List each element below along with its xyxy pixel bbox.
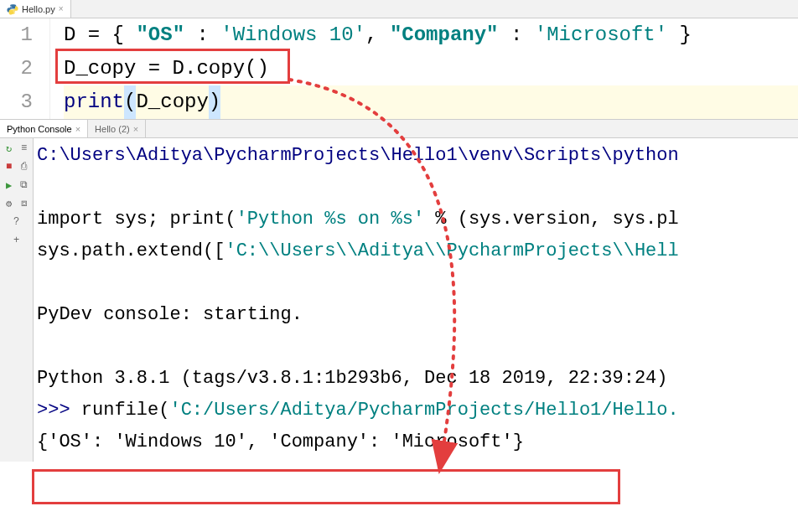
console-tab[interactable]: Python Console × — [0, 120, 88, 137]
editor-body: 123 D = { "OS" : 'Windows 10', "Company"… — [0, 18, 798, 119]
console-token: Python 3.8.1 (tags/v3.8.1:1b293b6, Dec 1… — [37, 368, 668, 389]
settings-icon[interactable]: ⚙ — [3, 197, 16, 210]
token: "Company" — [390, 18, 499, 52]
close-icon[interactable]: × — [133, 124, 138, 134]
token: D_copy — [136, 85, 208, 119]
help-icon[interactable]: ? — [10, 215, 23, 229]
console-panel: Python Console ×Hello (2) × ↻ ≡ ■ ⎙ ▶ ⧉ … — [0, 120, 798, 462]
wrap-icon[interactable]: ⧉ — [18, 178, 31, 192]
line-number-gutter: 123 — [0, 18, 50, 119]
add-icon[interactable]: + — [10, 234, 23, 247]
console-token: sys.path.extend([ — [37, 240, 225, 261]
console-tab-label: Python Console — [7, 124, 72, 134]
code-line[interactable]: D = { "OS" : 'Windows 10', "Company" : '… — [64, 18, 798, 52]
console-token: % (sys.version, sys.pl — [424, 209, 679, 230]
console-body: ↻ ≡ ■ ⎙ ▶ ⧉ ⚙ ⧈ ? + C:\Users\Aditya\Pych… — [0, 138, 798, 462]
console-tabbar: Python Console ×Hello (2) × — [0, 120, 798, 138]
line-number: 2 — [0, 52, 33, 85]
console-line: import sys; print('Python %s on %s' % (s… — [37, 204, 795, 235]
line-number: 1 — [0, 18, 33, 52]
console-line: {'OS': 'Windows 10', 'Company': 'Microso… — [37, 426, 795, 458]
console-token: {'OS': 'Windows 10', 'Company': 'Microso… — [37, 431, 524, 452]
token: , — [365, 18, 390, 52]
editor-tab-hello[interactable]: Hello.py × — [0, 0, 71, 18]
run-icon[interactable]: ▶ — [3, 178, 16, 192]
console-toolbar: ↻ ≡ ■ ⎙ ▶ ⧉ ⚙ ⧈ ? + — [0, 138, 34, 462]
token: : — [499, 18, 535, 52]
close-icon[interactable]: × — [75, 124, 80, 134]
close-icon[interactable]: × — [59, 4, 64, 13]
token: 'Windows 10' — [220, 18, 365, 52]
editor-tab-label: Hello.py — [22, 4, 55, 14]
token: "OS" — [136, 18, 184, 52]
line-number: 3 — [0, 85, 33, 119]
token: } — [667, 18, 692, 52]
console-output[interactable]: C:\Users\Aditya\PycharmProjects\Hello1\v… — [34, 138, 798, 462]
print-icon[interactable]: ⎙ — [18, 160, 31, 173]
code-line[interactable]: print(D_copy) — [64, 85, 798, 119]
console-line: C:\Users\Aditya\PycharmProjects\Hello1\v… — [37, 140, 795, 172]
python-file-icon — [7, 3, 18, 15]
link-icon[interactable]: ⧈ — [18, 197, 31, 210]
annotation-box-result — [32, 469, 620, 504]
console-token: >>> — [37, 400, 81, 421]
console-line: Python 3.8.1 (tags/v3.8.1:1b293b6, Dec 1… — [37, 363, 795, 395]
editor-tabbar: Hello.py × — [0, 0, 798, 18]
token: print — [64, 85, 124, 119]
token: ) — [209, 85, 220, 119]
token: : — [184, 18, 220, 52]
console-line: PyDev console: starting. — [37, 299, 795, 331]
token: ( — [124, 85, 136, 119]
console-token: 'C:/Users/Aditya/PycharmProjects/Hello1/… — [169, 400, 678, 421]
toggle-icon[interactable]: ≡ — [18, 142, 31, 155]
console-line — [37, 331, 795, 363]
token: 'Microsoft' — [535, 18, 667, 52]
console-tab-label: Hello (2) — [95, 124, 130, 134]
console-token: 'C:\\Users\\Aditya\\PycharmProjects\\Hel… — [225, 240, 678, 261]
code-area[interactable]: D = { "OS" : 'Windows 10', "Company" : '… — [50, 18, 798, 119]
code-line[interactable]: D_copy = D.copy() — [64, 52, 798, 85]
console-line: >>> runfile('C:/Users/Aditya/PycharmProj… — [37, 395, 795, 426]
console-token: PyDev console: starting. — [37, 304, 303, 325]
console-line: sys.path.extend(['C:\\Users\\Aditya\\Pyc… — [37, 235, 795, 267]
console-token: import sys; print( — [37, 209, 236, 230]
console-line — [37, 267, 795, 299]
code-editor: Hello.py × 123 D = { "OS" : 'Windows 10'… — [0, 0, 798, 120]
token: D = { — [64, 18, 136, 52]
stop-icon[interactable]: ■ — [3, 160, 16, 173]
token: D_copy = D.copy() — [64, 52, 269, 85]
console-tab[interactable]: Hello (2) × — [88, 120, 146, 137]
console-line — [37, 172, 795, 204]
rerun-icon[interactable]: ↻ — [3, 142, 16, 155]
console-token: 'Python %s on %s' — [236, 209, 424, 230]
console-token: runfile( — [81, 400, 170, 421]
console-token: C:\Users\Aditya\PycharmProjects\Hello1\v… — [37, 145, 679, 166]
